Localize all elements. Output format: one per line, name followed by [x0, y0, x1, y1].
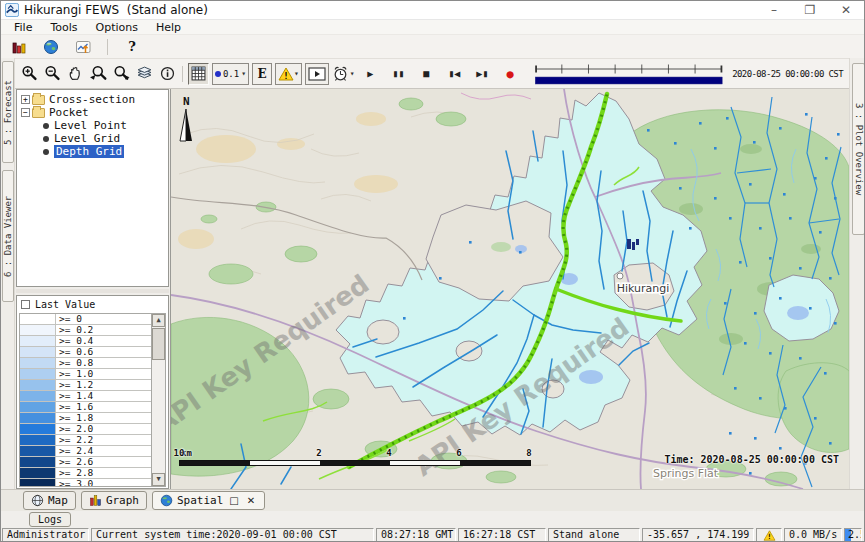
chevron-down-icon: ▾ — [294, 69, 299, 78]
scrollbar-thumb[interactable] — [152, 328, 165, 360]
close-icon[interactable]: ✕ — [828, 1, 864, 20]
legend-swatch — [20, 358, 56, 368]
spatial-display-button[interactable] — [41, 36, 61, 58]
map-time-label: Time: 2020-08-25 00:00:00 CST — [664, 454, 839, 465]
pause-button[interactable]: ▮▮ — [386, 68, 411, 79]
tree-node-level-point[interactable]: Level Point — [43, 119, 166, 132]
legend-scrollbar[interactable]: ▲ ▼ — [151, 314, 165, 486]
map-canvas[interactable]: API Key Required API Key Required Hikura… — [170, 89, 849, 489]
layer-tree: + Cross-section − Pocket Level Point Lev… — [16, 89, 169, 287]
legend-swatch — [20, 479, 56, 487]
globe-wireframe-icon — [31, 494, 44, 507]
tree-node-cross-section[interactable]: + Cross-section — [21, 93, 166, 106]
collapse-icon[interactable]: − — [21, 108, 30, 117]
chart-arrow-icon — [75, 39, 92, 55]
svg-text:!: ! — [283, 70, 288, 80]
zoom-next-button[interactable] — [111, 63, 131, 85]
panel-splitter[interactable] — [16, 289, 169, 293]
scale-tick-label: 6 — [456, 448, 461, 458]
timeline-slider[interactable] — [534, 61, 724, 87]
interval-dot-icon — [215, 71, 221, 77]
menu-item-help[interactable]: Help — [147, 21, 190, 34]
tab-map[interactable]: Map — [23, 491, 76, 510]
minimize-icon[interactable]: – — [756, 1, 792, 20]
zoom-out-icon — [44, 65, 61, 82]
legend-label: >= 1.0 — [56, 369, 93, 379]
status-local-time: 16:27:18 CST — [458, 528, 546, 542]
scroll-up-icon[interactable]: ▲ — [152, 314, 165, 327]
menu-item-tools[interactable]: Tools — [41, 21, 86, 34]
step-back-button[interactable]: ▮◀ — [442, 68, 467, 79]
animation-button[interactable] — [305, 63, 329, 85]
legend-swatch — [20, 402, 56, 412]
layers-button[interactable] — [134, 63, 154, 85]
tab-graph-label: Graph — [106, 494, 139, 507]
play-button[interactable]: ▶ — [358, 68, 383, 79]
globe-icon — [43, 39, 59, 55]
maximize-icon[interactable]: ❐ — [792, 1, 828, 20]
bar-chart-icon — [89, 494, 102, 507]
zoom-in-button[interactable] — [19, 63, 39, 85]
legend-label: >= 2.4 — [56, 446, 93, 456]
info-icon — [159, 65, 176, 82]
legend-swatch — [20, 457, 56, 467]
alarm-clock-icon — [332, 65, 350, 82]
record-button[interactable]: ● — [498, 67, 523, 81]
legend-swatch — [20, 446, 56, 456]
bar-chart-icon — [11, 39, 27, 55]
tab-spatial-label: Spatial — [177, 494, 223, 507]
stop-button[interactable]: ■ — [414, 68, 439, 79]
spatial-close-icon[interactable]: ✕ — [245, 495, 257, 506]
step-forward-button[interactable]: ▶▮ — [470, 68, 495, 79]
time-settings-button[interactable]: ▾ — [332, 63, 355, 85]
zoom-previous-button[interactable] — [88, 63, 108, 85]
sidebar-tab-forecast[interactable]: 5 : Forecast — [2, 61, 14, 163]
status-warning-cell[interactable]: ! — [756, 528, 782, 542]
tab-map-label: Map — [48, 494, 68, 507]
info-button[interactable] — [157, 63, 177, 85]
tree-node-depth-grid[interactable]: Depth Grid — [43, 145, 166, 158]
folder-icon — [32, 108, 45, 118]
legend-label: >= 3.0 — [56, 479, 93, 487]
menu-bar: File Tools Options Help — [1, 20, 864, 35]
tree-node-label-selected: Depth Grid — [54, 145, 124, 158]
hand-icon — [67, 65, 84, 82]
last-value-checkbox[interactable] — [21, 300, 30, 309]
legend-label: >= 1.2 — [56, 380, 93, 390]
tree-node-level-grid[interactable]: Level Grid — [43, 132, 166, 145]
class-interval-dropdown[interactable]: 0.1 ▾ — [212, 63, 249, 85]
scroll-down-icon[interactable]: ▼ — [152, 473, 165, 486]
warnings-dropdown[interactable]: ! ▾ — [275, 63, 302, 85]
zoom-out-button[interactable] — [42, 63, 62, 85]
toolbar-separator — [107, 39, 108, 55]
timeline-date-label: 2020-08-25 00:00:00 CST — [732, 69, 845, 79]
timeseries-import-button[interactable] — [73, 36, 93, 58]
layers-icon — [136, 65, 153, 82]
tree-node-pocket[interactable]: − Pocket — [21, 106, 166, 119]
legend-swatch — [20, 391, 56, 401]
status-user: Administrator — [2, 528, 89, 542]
legend-swatch — [20, 336, 56, 346]
pan-button[interactable] — [65, 63, 85, 85]
database-display-button[interactable] — [9, 36, 29, 58]
scale-bar: km 2 4 6 8 10 — [179, 447, 559, 473]
spatial-restore-icon[interactable]: □ — [227, 495, 240, 506]
menu-item-file[interactable]: File — [5, 21, 41, 34]
expand-icon[interactable]: + — [21, 95, 30, 104]
menu-item-options[interactable]: Options — [87, 21, 147, 34]
sidebar-tab-plot-overview[interactable]: 3 : Plot Overview — [852, 63, 865, 235]
sidebar-tab-data-viewer[interactable]: 6 : Data Viewer — [2, 170, 14, 302]
window-title: Hikurangi FEWS (Stand alone) — [24, 3, 208, 17]
tab-graph[interactable]: Graph — [81, 491, 147, 510]
legend-label: >= 0.4 — [56, 336, 93, 346]
labels-toggle-button[interactable]: E — [252, 63, 272, 85]
svg-text:N: N — [183, 95, 190, 108]
help-button[interactable]: ? — [122, 36, 142, 58]
grid-display-button[interactable] — [188, 63, 209, 85]
main-toolbar: ? — [1, 35, 864, 58]
toolbar-separator — [182, 66, 183, 82]
tab-spatial[interactable]: Spatial □ ✕ — [152, 491, 265, 510]
svg-text:!: ! — [767, 532, 771, 541]
logs-button[interactable]: Logs — [29, 512, 71, 527]
view-tab-bar: Map Graph Spatial □ ✕ — [1, 489, 864, 511]
